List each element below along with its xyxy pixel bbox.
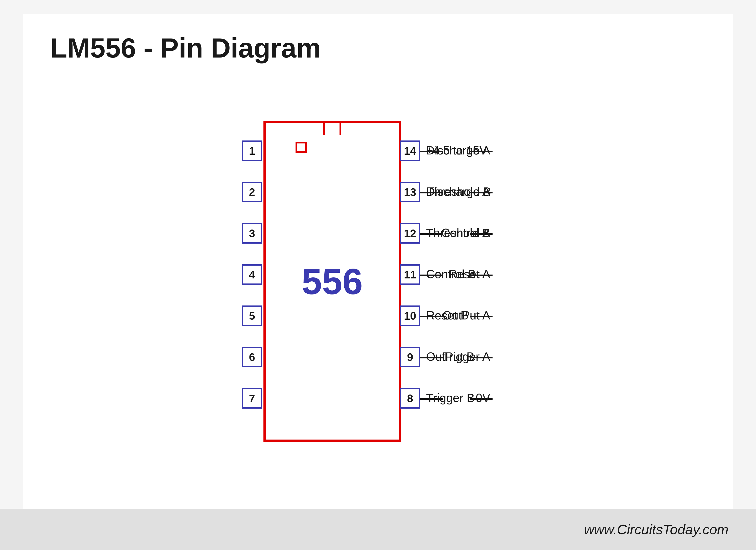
pin-9-box: 9 xyxy=(400,347,420,367)
pin-6-number: 6 xyxy=(249,351,255,364)
footer-url: www.CircuitsToday.com xyxy=(584,522,729,537)
pin-9-number: 9 xyxy=(407,351,413,364)
pin-12-number: 12 xyxy=(404,227,416,240)
pin-10-label: Reset B xyxy=(426,309,468,322)
pin-5-box: 5 xyxy=(242,306,262,326)
pin-8-label: Trigger B xyxy=(426,391,475,405)
pin-11-label: Control B xyxy=(426,267,476,281)
ic-label: 556 xyxy=(302,260,363,303)
pin-10-number: 10 xyxy=(404,310,416,322)
pin-2-number: 2 xyxy=(249,186,255,198)
pin-4-box: 4 xyxy=(242,264,262,285)
pin-2-box: 2 xyxy=(242,182,262,202)
pin-4-number: 4 xyxy=(249,268,255,281)
pin-9-label: OutPut B xyxy=(426,350,474,364)
pin-6-box: 6 xyxy=(242,347,262,367)
pin-8-box: 8 xyxy=(400,388,420,409)
main-content: LM556 - Pin Diagram 556 1 Discharge A 2 … xyxy=(23,14,733,518)
ic-body: 556 xyxy=(263,121,401,442)
pin-3-box: 3 xyxy=(242,223,262,243)
pin-7-box: 7 xyxy=(242,388,262,409)
diagram-container: 556 1 Discharge A 2 Threshold A 3 Contro… xyxy=(50,87,706,476)
ic-notch xyxy=(323,121,341,135)
pin-14-number: 14 xyxy=(404,145,416,157)
pin-5-number: 5 xyxy=(249,310,255,322)
pin-1-number: 1 xyxy=(249,145,255,157)
pin-13-box: 13 xyxy=(400,182,420,202)
pin-7-number: 7 xyxy=(249,392,255,405)
pin-13-number: 13 xyxy=(404,186,416,198)
pin-3-number: 3 xyxy=(249,227,255,240)
pin-14-label: +4.5 to 15V xyxy=(426,143,487,157)
pin-14-box: 14 xyxy=(400,140,420,161)
ic-dot xyxy=(296,142,307,153)
pin-11-box: 11 xyxy=(400,264,420,285)
pin-10-box: 10 xyxy=(400,306,420,326)
pin-8-number: 8 xyxy=(407,392,413,405)
footer: www.CircuitsToday.com xyxy=(0,509,756,550)
pin-7-label: 0V xyxy=(476,391,490,405)
pin-12-label: Threshold B xyxy=(426,226,490,240)
pin-1-box: 1 xyxy=(242,140,262,161)
pin-11-number: 11 xyxy=(404,268,416,281)
pin-13-label: Discharge B xyxy=(426,185,491,198)
page-title: LM556 - Pin Diagram xyxy=(50,32,706,64)
pin-12-box: 12 xyxy=(400,223,420,243)
diagram-wrapper: 556 1 Discharge A 2 Threshold A 3 Contro… xyxy=(103,98,653,465)
